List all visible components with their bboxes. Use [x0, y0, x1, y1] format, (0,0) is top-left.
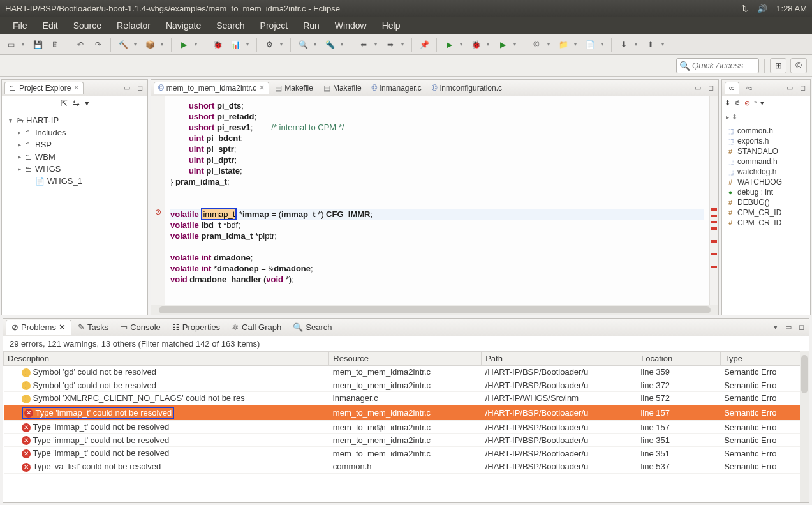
- new-package-button[interactable]: 📁: [556, 38, 570, 52]
- column-type[interactable]: Type: [720, 352, 808, 366]
- outline-item-7[interactable]: #DEBUG(): [723, 197, 809, 207]
- editor-tab-3[interactable]: ©lnmanager.c: [367, 82, 426, 94]
- run-button[interactable]: ▶: [177, 38, 191, 52]
- external-tools-button[interactable]: ⚙: [262, 38, 276, 52]
- save-button[interactable]: 💾: [31, 38, 45, 52]
- maximize-button[interactable]: ◻: [796, 322, 806, 333]
- editor-tab-0[interactable]: ©mem_to_mem_idma2intr.c✕: [154, 82, 269, 94]
- build-button[interactable]: 🔨: [116, 38, 130, 52]
- outline-item-3[interactable]: ⬚command.h: [723, 156, 809, 167]
- menu-file[interactable]: File: [6, 19, 34, 32]
- collapse-all-icon[interactable]: ⇱: [61, 98, 68, 108]
- table-row[interactable]: ✕Type 'immap_t' could not be resolvedmem…: [4, 447, 809, 460]
- menu-navigate[interactable]: Navigate: [159, 19, 207, 32]
- network-icon[interactable]: ⇅: [741, 4, 748, 13]
- close-icon[interactable]: ✕: [259, 84, 265, 92]
- hide-static-icon[interactable]: ˢ: [754, 99, 757, 107]
- new-file-button[interactable]: 📄: [583, 38, 597, 52]
- close-icon[interactable]: ✕: [59, 322, 66, 332]
- volume-icon[interactable]: 🔊: [757, 4, 767, 13]
- tab-tasks[interactable]: ✎Tasks: [73, 320, 114, 334]
- debug-last-button[interactable]: 🐞: [469, 38, 483, 52]
- clock[interactable]: 1:28 AM: [776, 4, 807, 13]
- redo-button[interactable]: ↷: [91, 38, 105, 52]
- tree-item-includes[interactable]: ▸🗀Includes: [4, 126, 145, 139]
- run-last-button[interactable]: ▶: [442, 38, 456, 52]
- horizontal-scrollbar[interactable]: [151, 305, 718, 315]
- view-menu-icon[interactable]: ▾: [771, 322, 781, 333]
- view-menu-icon[interactable]: ▾: [85, 98, 89, 108]
- overview-ruler[interactable]: [709, 96, 718, 305]
- column-resource[interactable]: Resource: [329, 352, 482, 366]
- build-all-button[interactable]: 📦: [143, 38, 157, 52]
- table-row[interactable]: ✕Type 'va_list' could not be resolvedcom…: [4, 460, 809, 473]
- editor-gutter[interactable]: ⊘: [151, 96, 165, 305]
- undo-button[interactable]: ↶: [73, 38, 87, 52]
- maximize-button[interactable]: ◻: [797, 83, 808, 93]
- problems-table[interactable]: DescriptionResourcePathLocationType !Sym…: [3, 351, 809, 474]
- open-perspective-button[interactable]: ⊞: [770, 58, 786, 73]
- tab-search[interactable]: 🔍Search: [288, 320, 337, 334]
- prev-annotation-button[interactable]: ⬆: [644, 38, 658, 52]
- chevron-down-icon[interactable]: ▸: [726, 114, 729, 121]
- menu-window[interactable]: Window: [328, 19, 373, 32]
- c-perspective-button[interactable]: ©: [790, 58, 807, 73]
- editor-tab-4[interactable]: ©lnmconfiguration.c: [427, 82, 506, 94]
- code-editor[interactable]: ushort pi_dts; ushort pi_retadd; ushort …: [165, 96, 709, 305]
- sort-icon[interactable]: ⬍: [725, 99, 730, 107]
- minimize-button[interactable]: ▭: [785, 83, 795, 93]
- editor-tab-1[interactable]: ▤Makefile: [270, 82, 318, 94]
- tree-item-whgs[interactable]: ▸🗀WHGS: [4, 163, 145, 175]
- tab-properties[interactable]: ☷Properties: [167, 320, 225, 334]
- tree-item-bsp[interactable]: ▸🗀BSP: [4, 139, 145, 151]
- outline-item-4[interactable]: ⬚watchdog.h: [723, 167, 809, 177]
- new-class-button[interactable]: ©: [529, 38, 543, 52]
- profile-button[interactable]: 📊: [228, 38, 242, 52]
- next-annotation-button[interactable]: ⬇: [617, 38, 631, 52]
- tab-console[interactable]: ▭Console: [115, 320, 166, 334]
- table-row[interactable]: !Symbol 'gd' could not be resolvedmem_to…: [4, 366, 809, 379]
- nav-back-button[interactable]: ⬅: [357, 38, 371, 52]
- tree-item-wbm[interactable]: ▸🗀WBM: [4, 151, 145, 163]
- outline-item-6[interactable]: ●debug : int: [723, 187, 809, 197]
- debug-button[interactable]: 🐞: [210, 38, 225, 52]
- editor-tab-2[interactable]: ▤Makefile: [319, 82, 366, 94]
- column-path[interactable]: Path: [482, 352, 637, 366]
- tab-call-graph[interactable]: ⚛Call Graph: [226, 320, 286, 334]
- filter-icon[interactable]: ⚟: [734, 99, 741, 107]
- error-marker-icon[interactable]: ⊘: [153, 207, 163, 217]
- outline-item-0[interactable]: ⬚common.h: [723, 126, 809, 136]
- link-editor-icon[interactable]: ⇆: [73, 98, 80, 108]
- table-row[interactable]: ✕Type 'immap_t' could not be resolvedmem…: [4, 405, 809, 421]
- outline-item-1[interactable]: ⬚exports.h: [723, 136, 809, 146]
- outline-item-9[interactable]: #CPM_CR_ID: [723, 218, 809, 228]
- outline-item-2[interactable]: #STANDALO: [723, 146, 809, 156]
- menu-help[interactable]: Help: [376, 19, 407, 32]
- table-row[interactable]: !Symbol 'XMLRPC_CLIENT_NO_FLAGS' could n…: [4, 392, 809, 405]
- menu-refactor[interactable]: Refactor: [110, 19, 157, 32]
- table-row[interactable]: ✕Type 'immap_t' could not be resolvedmem…: [4, 421, 809, 434]
- menu-source[interactable]: Source: [67, 19, 108, 32]
- tree-root[interactable]: ▾🗁HART-IP: [4, 114, 145, 126]
- view-menu-icon[interactable]: ▾: [760, 99, 764, 107]
- menu-project[interactable]: Project: [254, 19, 295, 32]
- minimize-button[interactable]: ▭: [693, 83, 703, 93]
- vertical-scrollbar[interactable]: [800, 351, 809, 502]
- menu-run[interactable]: Run: [297, 19, 326, 32]
- menu-edit[interactable]: Edit: [36, 19, 64, 32]
- search-button[interactable]: 🔦: [323, 38, 337, 52]
- save-all-button[interactable]: 🗎: [48, 38, 63, 52]
- close-icon[interactable]: ✕: [73, 84, 79, 92]
- minimize-button[interactable]: ▭: [783, 322, 794, 333]
- column-location[interactable]: Location: [637, 352, 720, 366]
- tab-problems[interactable]: ⊘Problems✕: [6, 320, 71, 335]
- coverage-button[interactable]: ▶: [496, 38, 510, 52]
- tree-item-whgs1[interactable]: 📄WHGS_1: [4, 175, 145, 187]
- table-row[interactable]: !Symbol 'gd' could not be resolvedmem_to…: [4, 379, 809, 392]
- nav-fwd-button[interactable]: ➡: [383, 38, 397, 52]
- pin-button[interactable]: 📌: [417, 38, 431, 52]
- open-type-button[interactable]: 🔍: [296, 38, 310, 52]
- minimize-button[interactable]: ▭: [122, 83, 132, 93]
- outline-tab[interactable]: ∞: [725, 82, 739, 94]
- outline-item-5[interactable]: #WATCHDOG: [723, 177, 809, 187]
